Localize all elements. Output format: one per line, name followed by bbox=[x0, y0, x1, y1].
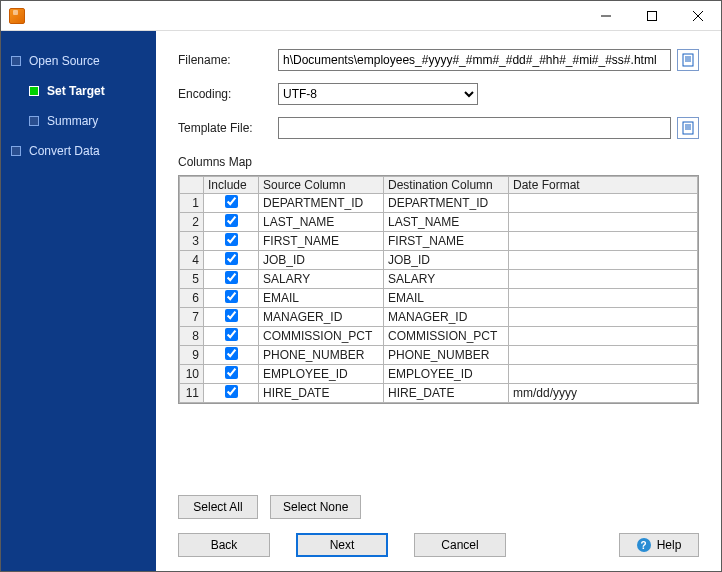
select-all-button[interactable]: Select All bbox=[178, 495, 258, 519]
include-checkbox[interactable] bbox=[225, 347, 238, 360]
format-cell[interactable] bbox=[509, 213, 698, 232]
source-cell[interactable]: HIRE_DATE bbox=[259, 384, 384, 403]
format-cell[interactable] bbox=[509, 232, 698, 251]
include-checkbox[interactable] bbox=[225, 214, 238, 227]
include-cell[interactable] bbox=[204, 308, 259, 327]
svg-rect-4 bbox=[683, 54, 693, 66]
source-cell[interactable]: EMAIL bbox=[259, 289, 384, 308]
dest-cell[interactable]: FIRST_NAME bbox=[384, 232, 509, 251]
dest-cell[interactable]: DEPARTMENT_ID bbox=[384, 194, 509, 213]
include-cell[interactable] bbox=[204, 213, 259, 232]
table-row[interactable]: 11HIRE_DATEHIRE_DATEmm/dd/yyyy bbox=[180, 384, 698, 403]
source-cell[interactable]: PHONE_NUMBER bbox=[259, 346, 384, 365]
table-row[interactable]: 8COMMISSION_PCTCOMMISSION_PCT bbox=[180, 327, 698, 346]
nav-summary[interactable]: Summary bbox=[23, 111, 152, 131]
table-row[interactable]: 3FIRST_NAMEFIRST_NAME bbox=[180, 232, 698, 251]
format-cell[interactable] bbox=[509, 289, 698, 308]
dest-cell[interactable]: EMPLOYEE_ID bbox=[384, 365, 509, 384]
dest-cell[interactable]: MANAGER_ID bbox=[384, 308, 509, 327]
include-cell[interactable] bbox=[204, 251, 259, 270]
include-cell[interactable] bbox=[204, 327, 259, 346]
table-row[interactable]: 9PHONE_NUMBERPHONE_NUMBER bbox=[180, 346, 698, 365]
format-cell[interactable] bbox=[509, 194, 698, 213]
select-none-button[interactable]: Select None bbox=[270, 495, 361, 519]
dest-cell[interactable]: SALARY bbox=[384, 270, 509, 289]
source-cell[interactable]: DEPARTMENT_ID bbox=[259, 194, 384, 213]
filename-input[interactable] bbox=[278, 49, 671, 71]
include-cell[interactable] bbox=[204, 194, 259, 213]
browse-filename-button[interactable] bbox=[677, 49, 699, 71]
include-cell[interactable] bbox=[204, 232, 259, 251]
include-cell[interactable] bbox=[204, 365, 259, 384]
col-format[interactable]: Date Format bbox=[509, 177, 698, 194]
template-label: Template File: bbox=[178, 121, 278, 135]
col-include[interactable]: Include bbox=[204, 177, 259, 194]
source-cell[interactable]: LAST_NAME bbox=[259, 213, 384, 232]
include-checkbox[interactable] bbox=[225, 195, 238, 208]
svg-rect-1 bbox=[648, 11, 657, 20]
nav-marker-icon bbox=[11, 146, 21, 156]
table-row[interactable]: 7MANAGER_IDMANAGER_ID bbox=[180, 308, 698, 327]
source-cell[interactable]: SALARY bbox=[259, 270, 384, 289]
include-checkbox[interactable] bbox=[225, 290, 238, 303]
nav-marker-icon bbox=[11, 56, 21, 66]
help-label: Help bbox=[657, 538, 682, 552]
template-input[interactable] bbox=[278, 117, 671, 139]
include-checkbox[interactable] bbox=[225, 328, 238, 341]
col-source[interactable]: Source Column bbox=[259, 177, 384, 194]
maximize-button[interactable] bbox=[629, 1, 675, 30]
col-dest[interactable]: Destination Column bbox=[384, 177, 509, 194]
dest-cell[interactable]: PHONE_NUMBER bbox=[384, 346, 509, 365]
source-cell[interactable]: COMMISSION_PCT bbox=[259, 327, 384, 346]
table-row[interactable]: 6EMAILEMAIL bbox=[180, 289, 698, 308]
source-cell[interactable]: JOB_ID bbox=[259, 251, 384, 270]
format-cell[interactable] bbox=[509, 365, 698, 384]
help-button[interactable]: ? Help bbox=[619, 533, 699, 557]
nav-convert-data[interactable]: Convert Data bbox=[5, 141, 152, 161]
table-row[interactable]: 5SALARYSALARY bbox=[180, 270, 698, 289]
include-checkbox[interactable] bbox=[225, 366, 238, 379]
encoding-select[interactable]: UTF-8 bbox=[278, 83, 478, 105]
include-checkbox[interactable] bbox=[225, 271, 238, 284]
include-checkbox[interactable] bbox=[225, 385, 238, 398]
source-cell[interactable]: EMPLOYEE_ID bbox=[259, 365, 384, 384]
include-checkbox[interactable] bbox=[225, 233, 238, 246]
table-row[interactable]: 4JOB_IDJOB_ID bbox=[180, 251, 698, 270]
dest-cell[interactable]: JOB_ID bbox=[384, 251, 509, 270]
row-number: 5 bbox=[180, 270, 204, 289]
nav-set-target[interactable]: Set Target bbox=[23, 81, 152, 101]
back-button[interactable]: Back bbox=[178, 533, 270, 557]
minimize-button[interactable] bbox=[583, 1, 629, 30]
dest-cell[interactable]: COMMISSION_PCT bbox=[384, 327, 509, 346]
nav-marker-icon bbox=[29, 116, 39, 126]
nav-marker-icon bbox=[29, 86, 39, 96]
format-cell[interactable] bbox=[509, 327, 698, 346]
source-cell[interactable]: FIRST_NAME bbox=[259, 232, 384, 251]
source-cell[interactable]: MANAGER_ID bbox=[259, 308, 384, 327]
include-checkbox[interactable] bbox=[225, 309, 238, 322]
dest-cell[interactable]: EMAIL bbox=[384, 289, 509, 308]
include-cell[interactable] bbox=[204, 384, 259, 403]
browse-template-button[interactable] bbox=[677, 117, 699, 139]
format-cell[interactable] bbox=[509, 251, 698, 270]
wizard-nav: Open Source Set Target Summary Convert D… bbox=[1, 31, 156, 571]
table-row[interactable]: 2LAST_NAMELAST_NAME bbox=[180, 213, 698, 232]
close-button[interactable] bbox=[675, 1, 721, 30]
table-row[interactable]: 1DEPARTMENT_IDDEPARTMENT_ID bbox=[180, 194, 698, 213]
include-cell[interactable] bbox=[204, 289, 259, 308]
include-cell[interactable] bbox=[204, 270, 259, 289]
next-button[interactable]: Next bbox=[296, 533, 388, 557]
table-row[interactable]: 10EMPLOYEE_IDEMPLOYEE_ID bbox=[180, 365, 698, 384]
include-checkbox[interactable] bbox=[225, 252, 238, 265]
format-cell[interactable] bbox=[509, 270, 698, 289]
nav-open-source[interactable]: Open Source bbox=[5, 51, 152, 71]
dest-cell[interactable]: LAST_NAME bbox=[384, 213, 509, 232]
columns-map-grid[interactable]: Include Source Column Destination Column… bbox=[178, 175, 699, 404]
format-cell[interactable]: mm/dd/yyyy bbox=[509, 384, 698, 403]
format-cell[interactable] bbox=[509, 308, 698, 327]
format-cell[interactable] bbox=[509, 346, 698, 365]
nav-label: Open Source bbox=[29, 54, 100, 68]
cancel-button[interactable]: Cancel bbox=[414, 533, 506, 557]
include-cell[interactable] bbox=[204, 346, 259, 365]
dest-cell[interactable]: HIRE_DATE bbox=[384, 384, 509, 403]
